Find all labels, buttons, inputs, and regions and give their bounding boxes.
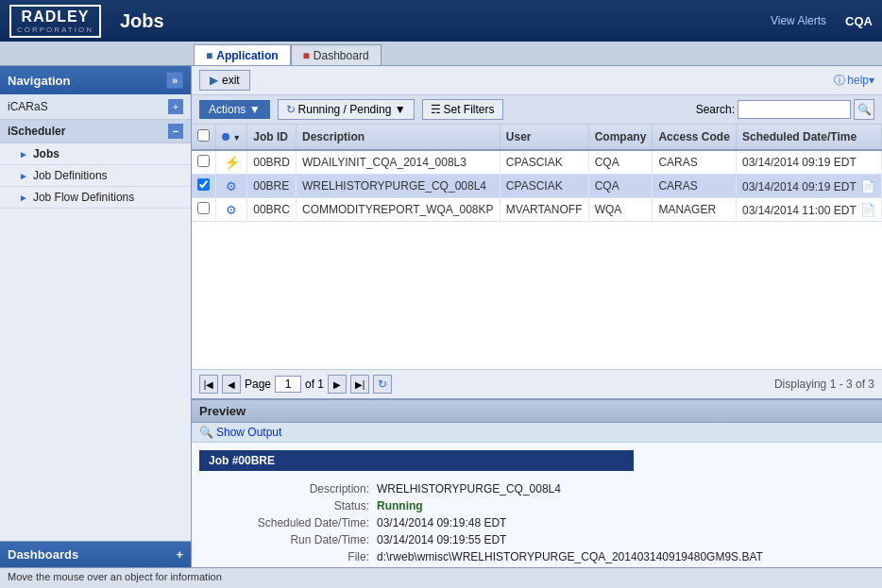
sidebar-icaras-label: iCARaS xyxy=(8,100,48,113)
sidebar-bottom: Dashboards + xyxy=(0,541,191,567)
sidebar-icaras-expand[interactable]: + xyxy=(168,99,183,114)
row-jobid[interactable]: 00BRE xyxy=(247,175,297,198)
set-filters-button[interactable]: ☴ Set Filters xyxy=(422,99,503,120)
nav-header: Navigation » xyxy=(0,66,191,94)
status-text: Move the mouse over an object for inform… xyxy=(8,571,222,582)
lightning-icon: ⚡ xyxy=(224,155,240,170)
last-page-button[interactable]: ▶| xyxy=(350,375,369,394)
search-input[interactable] xyxy=(738,100,851,119)
table-row[interactable]: ⚙ 00BRE WRELHISTORYPURGE_CQ_008L4 CPASCI… xyxy=(192,175,882,198)
table-row[interactable]: ⚙ 00BRC COMMODITYREPORT_WQA_008KP MVARTA… xyxy=(192,198,882,222)
search-go-button[interactable]: 🔍 xyxy=(854,99,874,120)
col-header-access-code: Access Code xyxy=(653,125,737,150)
next-page-button[interactable]: ▶ xyxy=(328,375,347,394)
sidebar: Navigation » iCARaS + iScheduler − ► Job… xyxy=(0,66,192,567)
filter-icon: ☴ xyxy=(431,103,441,116)
file-value: d:\rweb\wmisc\WRELHISTORYPURGE_CQA_20140… xyxy=(377,550,867,563)
help-label: help▾ xyxy=(847,74,874,87)
job-flow-arrow-icon: ► xyxy=(19,193,28,203)
search-label: Search: xyxy=(696,103,735,116)
row-user: MVARTANOFF xyxy=(500,198,588,222)
jobs-arrow-icon: ► xyxy=(19,149,28,160)
first-page-button[interactable]: |◀ xyxy=(199,375,218,394)
running-label: Running / Pending ▼ xyxy=(298,103,406,116)
row-checkbox-cell xyxy=(192,198,216,222)
run-label: Run Date/Time: xyxy=(207,533,377,546)
tab-application[interactable]: ■ Application xyxy=(194,44,291,65)
page-input[interactable] xyxy=(275,376,301,393)
row-description: WDAILYINIT_CQA_2014_008L3 xyxy=(297,150,500,175)
row-company: CQA xyxy=(588,175,653,198)
col-header-status: ▼ xyxy=(216,125,247,150)
pagination-bar: |◀ ◀ Page of 1 ▶ ▶| ↻ Displaying 1 - 3 o… xyxy=(192,369,882,398)
nav-collapse-button[interactable]: » xyxy=(166,72,183,89)
col-status-arrow[interactable]: ▼ xyxy=(232,133,241,143)
header-user: CQA xyxy=(845,14,873,28)
grid-toolbar: Actions ▼ ↻ Running / Pending ▼ ☴ Set Fi… xyxy=(192,95,882,125)
sidebar-ischeduler-header[interactable]: iScheduler − xyxy=(0,120,191,143)
col-header-check[interactable] xyxy=(192,125,216,150)
logo: RADLEY CORPORATION xyxy=(9,5,101,38)
exit-label: exit xyxy=(222,74,240,87)
dashboards-label: Dashboards xyxy=(8,547,78,562)
sidebar-jobs-label: Jobs xyxy=(33,147,59,160)
preview-details: Description: WRELHISTORYPURGE_CQ_008L4 S… xyxy=(192,479,882,567)
row-scheduled: 03/14/2014 11:00 EDT📄 xyxy=(736,198,881,222)
description-value: WRELHISTORYPURGE_CQ_008L4 xyxy=(377,482,867,496)
table-row[interactable]: ⚡ 00BRD WDAILYINIT_CQA_2014_008L3 CPASCI… xyxy=(192,150,882,175)
sidebar-item-job-flow-definitions[interactable]: ► Job Flow Definitions xyxy=(0,187,191,209)
page-of-label: of 1 xyxy=(305,378,324,391)
tab-dashboard-icon: ■ xyxy=(303,49,310,62)
doc-icon: 📄 xyxy=(860,179,875,193)
row-access-code: CARAS xyxy=(653,150,737,175)
logo-corp: CORPORATION xyxy=(17,25,93,34)
row-scheduled: 03/14/2014 09:19 EDT xyxy=(736,150,881,175)
content-area: ▶ exit ⓘ help▾ Actions ▼ ↻ Running / Pen… xyxy=(192,66,882,567)
job-title-bar: Job #00BRE xyxy=(199,450,634,471)
view-alerts-link[interactable]: View Alerts xyxy=(771,14,826,27)
row-status-cell: ⚙ xyxy=(216,175,247,198)
page-label: Page xyxy=(245,378,271,391)
refresh-button[interactable]: ↻ xyxy=(373,375,392,394)
prev-page-button[interactable]: ◀ xyxy=(222,375,241,394)
row-jobid[interactable]: 00BRC xyxy=(247,198,297,222)
sidebar-item-job-definitions[interactable]: ► Job Definitions xyxy=(0,165,191,187)
tab-bar: ■ Application ■ Dashboard xyxy=(0,42,882,66)
row-company: CQA xyxy=(588,150,653,175)
row-description: WRELHISTORYPURGE_CQ_008L4 xyxy=(297,175,500,198)
set-filters-label: Set Filters xyxy=(444,103,495,116)
job-def-arrow-icon: ► xyxy=(19,171,28,181)
dashboards-expand[interactable]: + xyxy=(176,547,183,562)
table-body: ⚡ 00BRD WDAILYINIT_CQA_2014_008L3 CPASCI… xyxy=(192,150,882,222)
sidebar-item-icaras[interactable]: iCARaS + xyxy=(0,94,191,120)
file-label: File: xyxy=(207,550,377,563)
tab-dashboard-label: Dashboard xyxy=(314,49,369,62)
row-access-code: MANAGER xyxy=(653,198,737,222)
status-value: Running xyxy=(377,499,867,512)
job-table: ▼ Job ID Description User Company Access… xyxy=(192,125,882,222)
sidebar-ischeduler-collapse[interactable]: − xyxy=(168,124,183,139)
tab-dashboard[interactable]: ■ Dashboard xyxy=(291,44,382,65)
search-area: Search: 🔍 xyxy=(696,99,874,120)
select-all-checkbox[interactable] xyxy=(197,129,210,142)
row-checkbox[interactable] xyxy=(197,202,210,214)
col-header-description: Description xyxy=(297,125,500,150)
exit-button[interactable]: ▶ exit xyxy=(199,70,250,91)
row-checkbox[interactable] xyxy=(197,178,210,191)
row-description: COMMODITYREPORT_WQA_008KP xyxy=(297,198,500,222)
help-icon: ⓘ xyxy=(834,73,845,89)
sidebar-item-jobs[interactable]: ► Jobs xyxy=(0,143,191,165)
show-output-button[interactable]: 🔍 Show Output xyxy=(199,426,281,439)
col-header-company: Company xyxy=(588,125,653,150)
toolbar: ▶ exit ⓘ help▾ xyxy=(192,66,882,95)
actions-button[interactable]: Actions ▼ xyxy=(199,100,270,119)
dashboards-header[interactable]: Dashboards + xyxy=(0,542,191,567)
row-checkbox[interactable] xyxy=(197,155,210,167)
row-jobid[interactable]: 00BRD xyxy=(247,150,297,175)
row-scheduled: 03/14/2014 09:19 EDT📄 xyxy=(736,175,881,198)
main-layout: Navigation » iCARaS + iScheduler − ► Job… xyxy=(0,66,882,567)
running-pending-button[interactable]: ↻ Running / Pending ▼ xyxy=(278,99,415,120)
help-button[interactable]: ⓘ help▾ xyxy=(834,73,874,89)
run-value: 03/14/2014 09:19:55 EDT xyxy=(377,533,867,546)
sidebar-job-definitions-label: Job Definitions xyxy=(33,169,108,182)
